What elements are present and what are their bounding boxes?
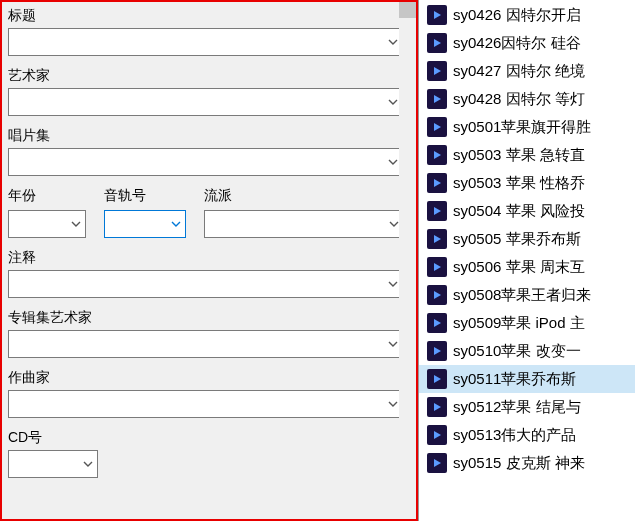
chevron-down-icon [82, 458, 94, 470]
file-name: sy0426 因特尔开启 [453, 6, 581, 25]
list-item[interactable]: sy0428 因特尔 等灯 [419, 85, 635, 113]
list-item[interactable]: sy0426因特尔 硅谷 [419, 29, 635, 57]
comment-label: 注释 [8, 248, 404, 266]
album-combo[interactable] [8, 148, 404, 176]
file-name: sy0426因特尔 硅谷 [453, 34, 581, 53]
list-item[interactable]: sy0427 因特尔 绝境 [419, 57, 635, 85]
media-file-icon [427, 313, 447, 333]
track-field-group: 音轨号 [104, 186, 186, 238]
cd-no-field-group: CD号 [8, 428, 404, 478]
media-file-icon [427, 33, 447, 53]
chevron-down-icon [170, 218, 182, 230]
chevron-down-icon [387, 278, 399, 290]
list-item[interactable]: sy0510苹果 改变一 [419, 337, 635, 365]
file-name: sy0512苹果 结尾与 [453, 398, 581, 417]
album-artist-combo[interactable] [8, 330, 404, 358]
media-file-icon [427, 397, 447, 417]
file-list: sy0426 因特尔开启sy0426因特尔 硅谷sy0427 因特尔 绝境sy0… [419, 0, 635, 478]
title-combo[interactable] [8, 28, 404, 56]
year-combo[interactable] [8, 210, 86, 238]
title-label: 标题 [8, 6, 404, 24]
chevron-down-icon [387, 36, 399, 48]
form-inner: 标题 艺术家 唱片集 [2, 2, 416, 519]
list-item[interactable]: sy0508苹果王者归来 [419, 281, 635, 309]
year-track-genre-row: 年份 音轨号 流派 [8, 186, 404, 238]
album-artist-field-group: 专辑集艺术家 [8, 308, 404, 358]
list-item[interactable]: sy0512苹果 结尾与 [419, 393, 635, 421]
file-name: sy0503 苹果 性格乔 [453, 174, 585, 193]
track-label: 音轨号 [104, 186, 186, 204]
genre-field-group: 流派 [204, 186, 404, 238]
media-file-icon [427, 201, 447, 221]
media-file-icon [427, 117, 447, 137]
file-name: sy0505 苹果乔布斯 [453, 230, 581, 249]
media-file-icon [427, 5, 447, 25]
album-artist-label: 专辑集艺术家 [8, 308, 404, 326]
file-name: sy0503 苹果 急转直 [453, 146, 585, 165]
artist-field-group: 艺术家 [8, 66, 404, 116]
form-scrollbar[interactable] [399, 2, 416, 519]
list-item[interactable]: sy0426 因特尔开启 [419, 1, 635, 29]
list-item[interactable]: sy0503 苹果 急转直 [419, 141, 635, 169]
media-file-icon [427, 285, 447, 305]
list-item[interactable]: sy0513伟大的产品 [419, 421, 635, 449]
comment-field-group: 注释 [8, 248, 404, 298]
app-container: 标题 艺术家 唱片集 [0, 0, 635, 521]
file-name: sy0513伟大的产品 [453, 426, 576, 445]
chevron-down-icon [387, 156, 399, 168]
cd-no-combo[interactable] [8, 450, 98, 478]
genre-label: 流派 [204, 186, 404, 204]
file-name: sy0428 因特尔 等灯 [453, 90, 585, 109]
artist-label: 艺术家 [8, 66, 404, 84]
metadata-form-panel: 标题 艺术家 唱片集 [0, 0, 418, 521]
chevron-down-icon [70, 218, 82, 230]
list-item[interactable]: sy0501苹果旗开得胜 [419, 113, 635, 141]
media-file-icon [427, 229, 447, 249]
media-file-icon [427, 369, 447, 389]
media-file-icon [427, 341, 447, 361]
media-file-icon [427, 257, 447, 277]
genre-combo[interactable] [204, 210, 404, 238]
file-name: sy0511苹果乔布斯 [453, 370, 576, 389]
composer-label: 作曲家 [8, 368, 404, 386]
list-item[interactable]: sy0506 苹果 周末互 [419, 253, 635, 281]
comment-combo[interactable] [8, 270, 404, 298]
title-field-group: 标题 [8, 6, 404, 56]
list-item[interactable]: sy0509苹果 iPod 主 [419, 309, 635, 337]
composer-combo[interactable] [8, 390, 404, 418]
media-file-icon [427, 453, 447, 473]
file-name: sy0510苹果 改变一 [453, 342, 581, 361]
file-name: sy0427 因特尔 绝境 [453, 62, 585, 81]
cd-no-label: CD号 [8, 428, 404, 446]
list-item[interactable]: sy0505 苹果乔布斯 [419, 225, 635, 253]
track-combo[interactable] [104, 210, 186, 238]
album-label: 唱片集 [8, 126, 404, 144]
composer-field-group: 作曲家 [8, 368, 404, 418]
scrollbar-thumb[interactable] [399, 2, 416, 18]
chevron-down-icon [387, 338, 399, 350]
file-name: sy0504 苹果 风险投 [453, 202, 585, 221]
album-field-group: 唱片集 [8, 126, 404, 176]
list-item[interactable]: sy0504 苹果 风险投 [419, 197, 635, 225]
file-name: sy0501苹果旗开得胜 [453, 118, 591, 137]
list-item[interactable]: sy0511苹果乔布斯 [419, 365, 635, 393]
year-label: 年份 [8, 186, 86, 204]
media-file-icon [427, 145, 447, 165]
file-name: sy0515 皮克斯 神来 [453, 454, 585, 473]
media-file-icon [427, 61, 447, 81]
file-list-panel: sy0426 因特尔开启sy0426因特尔 硅谷sy0427 因特尔 绝境sy0… [418, 0, 635, 521]
file-name: sy0506 苹果 周末互 [453, 258, 585, 277]
chevron-down-icon [387, 96, 399, 108]
year-field-group: 年份 [8, 186, 86, 238]
media-file-icon [427, 89, 447, 109]
list-item[interactable]: sy0503 苹果 性格乔 [419, 169, 635, 197]
file-name: sy0508苹果王者归来 [453, 286, 591, 305]
artist-combo[interactable] [8, 88, 404, 116]
media-file-icon [427, 173, 447, 193]
chevron-down-icon [387, 398, 399, 410]
file-name: sy0509苹果 iPod 主 [453, 314, 585, 333]
media-file-icon [427, 425, 447, 445]
list-item[interactable]: sy0515 皮克斯 神来 [419, 449, 635, 477]
